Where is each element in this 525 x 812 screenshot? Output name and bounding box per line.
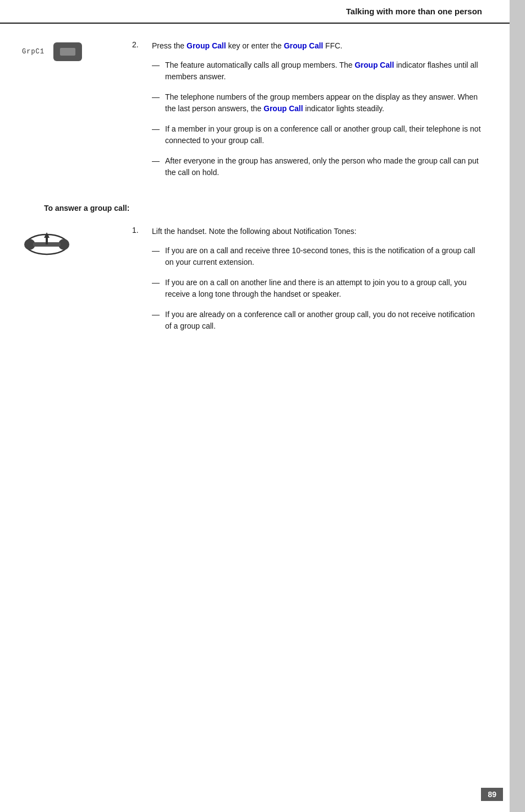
group-call-link: Group Call [264, 104, 303, 113]
grpc1-label: GrpC1 [22, 48, 45, 56]
page-title: Talking with more than one person [346, 7, 482, 16]
step-1-numbered: 1. Lift the handset. Note the following … [132, 226, 482, 341]
step-2-link1: Group Call [187, 41, 226, 50]
bullet-item: — After everyone in the group has answer… [152, 155, 482, 178]
phone-button-icon [53, 42, 82, 61]
bullet-text: After everyone in the group has answered… [165, 155, 482, 178]
sidebar-bar [510, 0, 525, 812]
step-2-section: GrpC1 2. Press the Group Call key or ent… [22, 40, 482, 187]
step-2-content: Press the Group Call key or enter the Gr… [152, 40, 482, 187]
bullet-text: The feature automatically calls all grou… [165, 59, 482, 83]
step-2-link2: Group Call [284, 41, 324, 50]
bullet-item: — The telephone numbers of the group mem… [152, 91, 482, 115]
main-content: GrpC1 2. Press the Group Call key or ent… [0, 24, 510, 374]
svg-rect-1 [60, 48, 75, 56]
bullet-item: — The feature automatically calls all gr… [152, 59, 482, 83]
bullet-item: — If you are already on a conference cal… [152, 309, 482, 332]
bullet-dash: — [152, 245, 165, 257]
bullet-text: The telephone numbers of the group membe… [165, 91, 482, 115]
step-2-text-after: FFC. [323, 41, 342, 50]
step-2-text-before: Press the [152, 41, 187, 50]
svg-rect-7 [46, 238, 48, 244]
bullet-dash: — [152, 277, 165, 288]
bullet-text: If you are on a call and receive three 1… [165, 245, 482, 268]
bullet-item: — If you are on a call and receive three… [152, 245, 482, 268]
bullet-item: — If a member in your group is on a conf… [152, 123, 482, 146]
step-1-section: 1. Lift the handset. Note the following … [22, 226, 482, 341]
step-1-bullets: — If you are on a call and receive three… [152, 245, 482, 332]
group-call-link: Group Call [354, 61, 394, 69]
step-2-numbered: 2. Press the Group Call key or enter the… [132, 40, 482, 187]
bullet-dash: — [152, 123, 165, 135]
bullet-text: If you are on a call on another line and… [165, 277, 482, 300]
page-header: Talking with more than one person [0, 0, 510, 24]
bullet-dash: — [152, 91, 165, 103]
bullet-dash: — [152, 155, 165, 167]
step-2-number: 2. [132, 40, 143, 49]
step-1-icon-area [22, 226, 132, 261]
step-1-number: 1. [132, 226, 143, 235]
handset-icon [22, 228, 72, 261]
bullet-dash: — [152, 309, 165, 320]
bullet-dash: — [152, 59, 165, 71]
step-2-icon-area: GrpC1 [22, 40, 132, 61]
step-2-main-text: Press the Group Call key or enter the Gr… [152, 40, 482, 52]
page-number: 89 [481, 788, 503, 801]
bullet-item: — If you are on a call on another line a… [152, 277, 482, 300]
bullet-text: If a member in your group is on a confer… [165, 123, 482, 146]
section-heading: To answer a group call: [44, 204, 482, 212]
step-2-bullets: — The feature automatically calls all gr… [152, 59, 482, 178]
step-1-main-text: Lift the handset. Note the following abo… [152, 226, 482, 237]
step-2-text-mid: key or enter the [226, 41, 284, 50]
step-1-content: Lift the handset. Note the following abo… [152, 226, 482, 341]
bullet-text: If you are already on a conference call … [165, 309, 482, 332]
